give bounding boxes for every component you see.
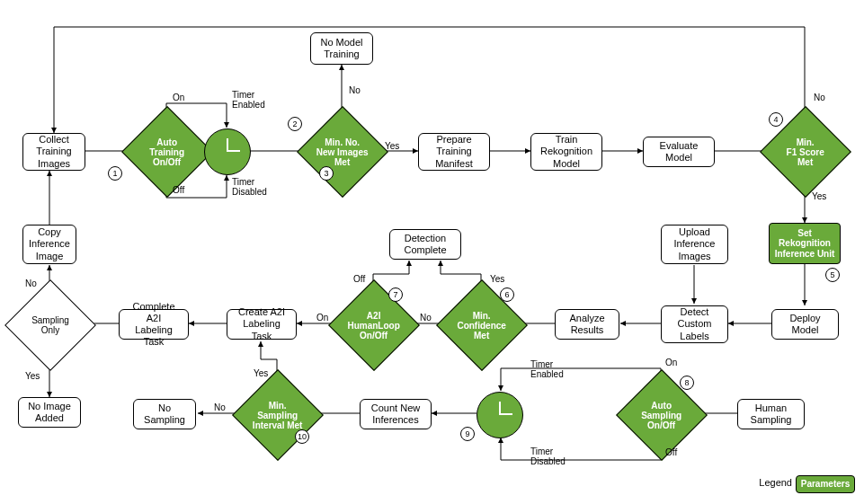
label-no-2: No — [814, 93, 825, 102]
label-on-1: On — [173, 93, 184, 102]
label-on-3: On — [665, 358, 677, 367]
min-sampling-diamond: Min.SamplingInterval Met — [232, 369, 324, 461]
set-inference-unit-box: SetRekognitionInference Unit — [769, 223, 841, 264]
min-images-diamond: Min. No.New ImagesMet — [297, 106, 388, 198]
complete-a2i-node: Complete A2ILabeling Task — [119, 309, 189, 340]
collect-training-node: CollectTrainingImages — [22, 133, 85, 171]
label-yes-3: Yes — [490, 274, 504, 284]
timer-icon-2 — [477, 392, 523, 438]
legend-label: Legend — [759, 477, 792, 488]
label-timer-enabled-2: TimerEnabled — [530, 359, 564, 379]
label-yes-4: Yes — [25, 371, 40, 381]
label-no-5: No — [214, 402, 226, 412]
step-number-2: 2 — [288, 117, 302, 131]
upload-inference-node: UploadInferenceImages — [661, 225, 728, 264]
deploy-model-node: DeployModel — [771, 309, 839, 340]
label-yes-1: Yes — [385, 141, 399, 151]
label-yes-2: Yes — [812, 191, 826, 201]
label-off-1: Off — [173, 185, 184, 195]
copy-inference-node: CopyInferenceImage — [22, 225, 76, 264]
label-timer-disabled-1: TimerDisabled — [232, 177, 267, 197]
auto-training-diamond: AutoTrainingOn/Off — [121, 106, 213, 198]
prepare-manifest-node: PrepareTrainingManifest — [418, 133, 490, 171]
step-number-6: 6 — [500, 287, 514, 302]
label-on-2: On — [316, 313, 328, 323]
step-number-9: 9 — [460, 427, 475, 441]
legend-parameters: Parameters — [796, 475, 855, 493]
timer-icon-1 — [204, 128, 251, 175]
no-model-training-node: No ModelTraining — [310, 32, 373, 65]
step-number-5: 5 — [825, 268, 840, 282]
analyze-results-node: AnalyzeResults — [555, 309, 619, 340]
step-number-7: 7 — [388, 287, 403, 302]
step-number-8: 8 — [680, 376, 694, 390]
a2i-humanloop-diamond: A2IHumanLoopOn/Off — [328, 279, 420, 371]
step-number-10: 10 — [295, 429, 309, 444]
evaluate-model-node: EvaluateModel — [643, 137, 715, 167]
step-number-4: 4 — [769, 112, 783, 127]
label-off-2: Off — [353, 274, 365, 284]
detection-complete-node: DetectionComplete — [389, 229, 461, 260]
no-image-added-node: No ImageAdded — [18, 397, 81, 428]
label-no-3: No — [420, 313, 432, 323]
label-no-4: No — [25, 279, 37, 288]
create-a2i-node: Create A2ILabeling Task — [227, 309, 297, 340]
no-sampling-node: NoSampling — [133, 399, 196, 429]
step-number-1: 1 — [108, 166, 122, 181]
label-timer-enabled-1: TimerEnabled — [232, 90, 265, 110]
count-inferences-node: Count NewInferences — [360, 399, 432, 429]
detect-labels-node: DetectCustomLabels — [661, 305, 728, 343]
label-off-3: Off — [665, 447, 677, 457]
step-number-3: 3 — [319, 166, 334, 181]
label-yes-5: Yes — [254, 368, 268, 378]
label-no-1: No — [349, 85, 361, 95]
train-model-node: TrainRekognitionModel — [530, 133, 602, 171]
label-timer-disabled-2: TimerDisabled — [530, 447, 566, 466]
sampling-only-diamond: SamplingOnly — [4, 279, 96, 371]
human-sampling-node: HumanSampling — [737, 399, 805, 429]
